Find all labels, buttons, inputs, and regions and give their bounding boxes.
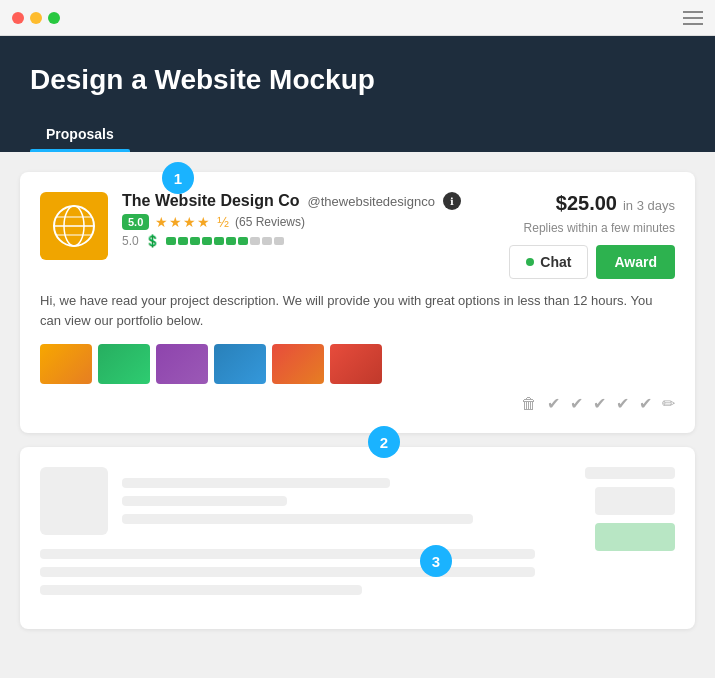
skeleton-main-row bbox=[40, 467, 675, 609]
online-indicator bbox=[526, 258, 534, 266]
skeleton-chat-btn bbox=[595, 487, 675, 515]
card-actions: 🗑 ✔ ✔ ✔ ✔ ✔ ✏ bbox=[40, 394, 675, 413]
price-row: $25.00 in 3 days bbox=[556, 192, 675, 215]
currency-icon: 💲 bbox=[145, 234, 160, 248]
skeleton-price bbox=[585, 467, 675, 479]
page-title: Design a Website Mockup bbox=[30, 64, 685, 96]
skeleton-card bbox=[20, 447, 695, 629]
chat-button[interactable]: Chat bbox=[509, 245, 588, 279]
tab-bar: Proposals bbox=[30, 116, 685, 152]
level-label: 5.0 bbox=[122, 234, 139, 248]
action-buttons: Chat Award bbox=[509, 245, 675, 279]
half-star: ½ bbox=[217, 214, 229, 230]
bar-4 bbox=[202, 237, 212, 245]
close-dot[interactable] bbox=[12, 12, 24, 24]
bar-9 bbox=[262, 237, 272, 245]
bar-7 bbox=[238, 237, 248, 245]
maximize-dot[interactable] bbox=[48, 12, 60, 24]
step-badge-3: 3 bbox=[420, 545, 452, 577]
portfolio-thumb-6[interactable] bbox=[330, 344, 382, 384]
check-icon-2[interactable]: ✔ bbox=[570, 394, 583, 413]
check-icon-1[interactable]: ✔ bbox=[547, 394, 560, 413]
proposal-left: The Website Design Co @thewebsitedesignc… bbox=[40, 192, 461, 260]
proposal-description: Hi, we have read your project descriptio… bbox=[40, 291, 675, 330]
skeleton-rating bbox=[122, 496, 287, 506]
skeleton-content bbox=[40, 467, 535, 609]
main-content: 1 The Website Design Co bbox=[0, 152, 715, 649]
rating-row: 5.0 ★★★★½ (65 Reviews) bbox=[122, 214, 461, 230]
bar-5 bbox=[214, 237, 224, 245]
skeleton-right bbox=[555, 467, 675, 609]
rating-badge: 5.0 bbox=[122, 214, 149, 230]
title-bar bbox=[0, 0, 715, 36]
portfolio-thumb-3[interactable] bbox=[156, 344, 208, 384]
portfolio-thumb-4[interactable] bbox=[214, 344, 266, 384]
portfolio-thumb-5[interactable] bbox=[272, 344, 324, 384]
verified-icon: ℹ bbox=[443, 192, 461, 210]
proposal-card: 1 The Website Design Co bbox=[20, 172, 695, 433]
bar-1 bbox=[166, 237, 176, 245]
skeleton-body-lines bbox=[40, 549, 535, 595]
skeleton-avatar bbox=[40, 467, 108, 535]
skeleton-body-3 bbox=[40, 585, 362, 595]
bar-2 bbox=[178, 237, 188, 245]
bar-10 bbox=[274, 237, 284, 245]
company-handle: @thewebsitedesignco bbox=[308, 194, 435, 209]
skeleton-header-row bbox=[40, 467, 535, 535]
portfolio-thumb-2[interactable] bbox=[98, 344, 150, 384]
check-icon-5[interactable]: ✔ bbox=[639, 394, 652, 413]
delete-icon[interactable]: 🗑 bbox=[521, 395, 537, 413]
award-button[interactable]: Award bbox=[596, 245, 675, 279]
proposal-name-row: The Website Design Co @thewebsitedesignc… bbox=[122, 192, 461, 210]
portfolio-thumb-1[interactable] bbox=[40, 344, 92, 384]
price-days: in 3 days bbox=[623, 198, 675, 213]
level-bars bbox=[166, 237, 284, 245]
skeleton-award-btn bbox=[595, 523, 675, 551]
level-row: 5.0 💲 bbox=[122, 234, 461, 248]
tab-proposals[interactable]: Proposals bbox=[30, 116, 130, 152]
proposal-info: The Website Design Co @thewebsitedesignc… bbox=[122, 192, 461, 248]
globe-icon bbox=[52, 204, 96, 248]
avatar bbox=[40, 192, 108, 260]
menu-icon[interactable] bbox=[683, 11, 703, 25]
check-icon-4[interactable]: ✔ bbox=[616, 394, 629, 413]
skeleton-body-1 bbox=[40, 549, 535, 559]
minimize-dot[interactable] bbox=[30, 12, 42, 24]
price-amount: $25.00 bbox=[556, 192, 617, 215]
company-name: The Website Design Co bbox=[122, 192, 300, 210]
bar-6 bbox=[226, 237, 236, 245]
edit-icon[interactable]: ✏ bbox=[662, 394, 675, 413]
bar-3 bbox=[190, 237, 200, 245]
star-rating: ★★★★ bbox=[155, 214, 211, 230]
step-badge-1: 1 bbox=[162, 162, 194, 194]
skeleton-name bbox=[122, 478, 390, 488]
skeleton-body-2 bbox=[40, 567, 535, 577]
skeleton-name-lines bbox=[122, 467, 535, 535]
chat-label: Chat bbox=[540, 254, 571, 270]
check-icon-3[interactable]: ✔ bbox=[593, 394, 606, 413]
proposal-header: The Website Design Co @thewebsitedesignc… bbox=[40, 192, 675, 279]
reply-time: Replies within a few minutes bbox=[524, 221, 675, 235]
portfolio-row bbox=[40, 344, 675, 384]
skeleton-tagline bbox=[122, 514, 473, 524]
proposal-right: $25.00 in 3 days Replies within a few mi… bbox=[509, 192, 675, 279]
window-controls bbox=[12, 12, 60, 24]
review-count: (65 Reviews) bbox=[235, 215, 305, 229]
bar-8 bbox=[250, 237, 260, 245]
page-header: Design a Website Mockup Proposals bbox=[0, 36, 715, 152]
step-badge-2: 2 bbox=[368, 426, 400, 458]
